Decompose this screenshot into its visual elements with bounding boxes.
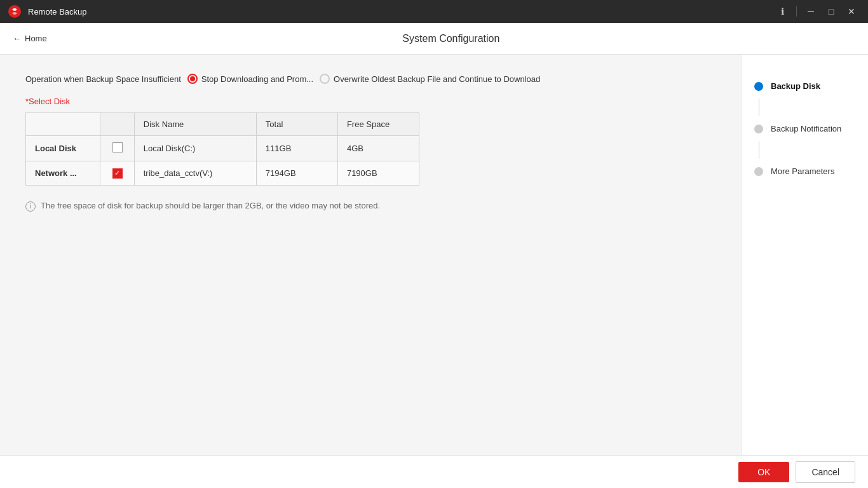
radio-dot-stop (187, 74, 198, 84)
radio-option-stop[interactable]: Stop Downloading and Prom... (187, 74, 313, 84)
back-arrow-icon: ← (13, 34, 21, 43)
step-dot-notification (754, 125, 763, 133)
close-button[interactable]: ✕ (843, 3, 860, 20)
radio-stop-label: Stop Downloading and Prom... (201, 74, 313, 84)
disk-free-network: 7190GB (337, 161, 419, 186)
header: ← Home System Configuration (0, 23, 868, 55)
col-header-diskname: Disk Name (134, 113, 256, 136)
back-link[interactable]: ← Home (13, 34, 47, 43)
info-icon: i (25, 201, 36, 212)
step-connector-2 (759, 141, 759, 159)
cancel-button[interactable]: Cancel (796, 461, 855, 483)
select-disk-label: *Select Disk (25, 97, 715, 106)
step-item-backup-disk: Backup Disk (754, 74, 855, 98)
disk-type-network: Network ... (26, 161, 100, 186)
checkbox-network[interactable]: ✓ (112, 168, 123, 179)
col-header-check (100, 113, 134, 136)
operation-row: Operation when Backup Space Insufficient… (25, 74, 715, 84)
titlebar: Remote Backup ℹ ─ □ ✕ (0, 0, 868, 23)
disk-check-network[interactable]: ✓ (100, 161, 134, 186)
table-header-row: Disk Name Total Free Space (26, 113, 419, 136)
info-button[interactable]: ℹ (773, 3, 791, 20)
table-row: Local Disk Local Disk(C:) 111GB 4GB (26, 136, 419, 161)
info-note: i The free space of disk for backup shou… (25, 201, 715, 212)
operation-label: Operation when Backup Space Insufficient (25, 74, 181, 84)
step-label-notification: Backup Notification (771, 124, 841, 133)
content-area: Operation when Backup Space Insufficient… (0, 55, 741, 455)
bottom-bar: OK Cancel (0, 455, 868, 488)
main-content: Operation when Backup Space Insufficient… (0, 55, 868, 455)
titlebar-divider (796, 6, 797, 17)
step-label-more-params: More Parameters (771, 166, 834, 176)
checkbox-local[interactable] (112, 142, 123, 152)
radio-overwrite-label: Overwrite Oldest Backup File and Continu… (334, 74, 540, 84)
step-item-more-params: More Parameters (754, 159, 855, 184)
sidebar-right: Backup Disk Backup Notification More Par… (741, 55, 868, 455)
disk-total-network: 7194GB (256, 161, 337, 186)
disk-free-local: 4GB (337, 136, 419, 161)
info-note-text: The free space of disk for backup should… (41, 201, 380, 210)
col-header-type (26, 113, 100, 136)
app-logo (8, 4, 22, 18)
col-header-total: Total (256, 113, 337, 136)
page-title: System Configuration (47, 33, 855, 44)
window-title: Remote Backup (28, 7, 773, 17)
window-controls: ℹ ─ □ ✕ (773, 3, 860, 20)
ok-button[interactable]: OK (738, 462, 789, 482)
col-header-freespace: Free Space (337, 113, 419, 136)
radio-option-overwrite[interactable]: Overwrite Oldest Backup File and Continu… (320, 74, 540, 84)
disk-total-local: 111GB (256, 136, 337, 161)
minimize-button[interactable]: ─ (802, 3, 820, 20)
maximize-button[interactable]: □ (822, 3, 840, 20)
step-dot-backup-disk (754, 82, 763, 91)
step-dot-more-params (754, 167, 763, 176)
step-label-backup-disk: Backup Disk (771, 81, 820, 91)
step-item-notification: Backup Notification (754, 116, 855, 141)
disk-name-local: Local Disk(C:) (134, 136, 256, 161)
step-connector-1 (759, 98, 759, 116)
disk-name-network: tribe_data_cctv(V:) (134, 161, 256, 186)
table-row: Network ... ✓ tribe_data_cctv(V:) 7194GB… (26, 161, 419, 186)
radio-dot-overwrite (320, 74, 330, 84)
disk-check-local[interactable] (100, 136, 134, 161)
svg-point-0 (8, 5, 21, 18)
disk-table: Disk Name Total Free Space Local Disk Lo… (25, 112, 419, 186)
disk-type-local: Local Disk (26, 136, 100, 161)
back-label: Home (25, 34, 47, 43)
